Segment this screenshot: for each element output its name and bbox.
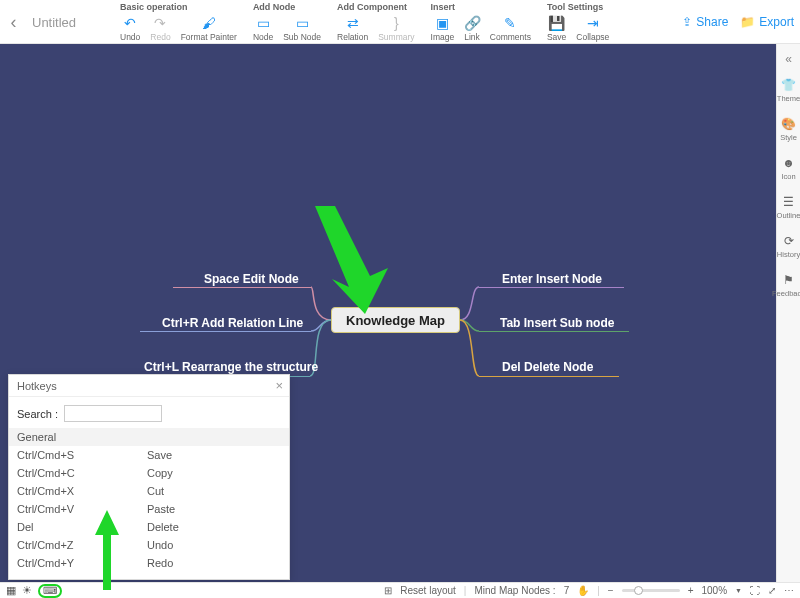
branch-underline bbox=[479, 376, 619, 377]
share-button[interactable]: ⇪Share bbox=[682, 15, 728, 29]
close-icon[interactable]: × bbox=[275, 378, 283, 393]
hotkey-row: Ctrl/Cmd+VPaste bbox=[9, 500, 289, 518]
hotkey-value: Copy bbox=[147, 467, 173, 479]
center-node[interactable]: Knowledge Map bbox=[331, 307, 460, 333]
fit-icon[interactable]: ⛶ bbox=[750, 585, 760, 596]
hotkey-key: Ctrl/Cmd+S bbox=[17, 449, 147, 461]
outline-icon: ☰ bbox=[783, 195, 794, 209]
comments-button[interactable]: ✎Comments bbox=[490, 15, 531, 42]
summary-button: }Summary bbox=[378, 15, 414, 42]
branch-node[interactable]: Ctrl+R Add Relation Line bbox=[162, 316, 303, 330]
sidebar-label: Outline bbox=[777, 211, 800, 220]
zoom-out-button[interactable]: − bbox=[608, 585, 614, 596]
hotkey-value: Redo bbox=[147, 557, 173, 569]
annotation-arrow-icon bbox=[300, 206, 390, 316]
theme-icon: 👕 bbox=[781, 78, 796, 92]
share-icon: ⇪ bbox=[682, 15, 692, 29]
keyboard-shortcuts-icon[interactable]: ⌨ bbox=[38, 584, 62, 598]
collapse-button[interactable]: ⇥Collapse bbox=[576, 15, 609, 42]
hotkey-value: Paste bbox=[147, 503, 175, 515]
button-label: Save bbox=[547, 32, 566, 42]
hotkey-row: Ctrl/Cmd+YRedo bbox=[9, 554, 289, 572]
svg-marker-0 bbox=[315, 206, 388, 314]
sidebar-history[interactable]: ⟳History bbox=[777, 228, 801, 265]
more-icon[interactable]: ⋯ bbox=[784, 585, 794, 596]
relation-icon: ⇄ bbox=[345, 15, 360, 30]
relation-button[interactable]: ⇄Relation bbox=[337, 15, 368, 42]
hotkey-row: Ctrl/Cmd+CCopy bbox=[9, 464, 289, 482]
undo-button[interactable]: ↶Undo bbox=[120, 15, 140, 42]
node-button[interactable]: ▭Node bbox=[253, 15, 273, 42]
button-label: Redo bbox=[150, 32, 170, 42]
sidebar-outline[interactable]: ☰Outline bbox=[777, 189, 801, 226]
hotkey-row: DelDelete bbox=[9, 518, 289, 536]
hotkey-value: Save bbox=[147, 449, 172, 461]
style-icon: 🎨 bbox=[781, 117, 796, 131]
image-icon: ▣ bbox=[435, 15, 450, 30]
save-button[interactable]: 💾Save bbox=[547, 15, 566, 42]
group-label: Insert bbox=[431, 2, 531, 12]
hotkeys-search-input[interactable] bbox=[64, 405, 162, 422]
hotkey-key: Ctrl/Cmd+Z bbox=[17, 539, 147, 551]
group-label: Tool Settings bbox=[547, 2, 609, 12]
hotkey-key: Ctrl/Cmd+V bbox=[17, 503, 147, 515]
sidebar-label: Style bbox=[780, 133, 797, 142]
button-label: Node bbox=[253, 32, 273, 42]
button-label: Comments bbox=[490, 32, 531, 42]
image-button[interactable]: ▣Image bbox=[431, 15, 455, 42]
branch-node[interactable]: Tab Insert Sub node bbox=[500, 316, 614, 330]
back-button[interactable]: ‹ bbox=[0, 0, 27, 44]
sidebar-feedback[interactable]: ⚑Feedback bbox=[777, 267, 801, 304]
sidebar-label: Theme bbox=[777, 94, 800, 103]
fullscreen-icon[interactable]: ⤢ bbox=[768, 585, 776, 596]
format-painter-button[interactable]: 🖌Format Painter bbox=[181, 15, 237, 42]
link-button[interactable]: 🔗Link bbox=[464, 15, 480, 42]
reset-layout-icon[interactable]: ⊞ bbox=[384, 585, 392, 596]
branch-node[interactable]: Del Delete Node bbox=[502, 360, 593, 374]
redo-button: ↷Redo bbox=[150, 15, 170, 42]
group-label: Add Component bbox=[337, 2, 415, 12]
button-label: Link bbox=[464, 32, 480, 42]
sidebar-style[interactable]: 🎨Style bbox=[777, 111, 801, 148]
sub-node-button[interactable]: ▭Sub Node bbox=[283, 15, 321, 42]
collapse-sidebar-icon[interactable]: « bbox=[777, 48, 801, 70]
sidebar-label: Feedback bbox=[772, 289, 800, 298]
branch-node[interactable]: Ctrl+L Rearrange the structure bbox=[144, 360, 318, 374]
branch-node[interactable]: Space Edit Node bbox=[204, 272, 299, 286]
summary-icon: } bbox=[389, 15, 404, 30]
branch-node[interactable]: Enter Insert Node bbox=[502, 272, 602, 286]
reset-layout-button[interactable]: Reset layout bbox=[400, 585, 456, 596]
branch-underline bbox=[479, 287, 624, 288]
doc-title[interactable]: Untitled bbox=[27, 0, 112, 44]
group-label: Add Node bbox=[253, 2, 321, 12]
save-icon: 💾 bbox=[549, 15, 564, 30]
hotkey-key: Del bbox=[17, 521, 147, 533]
undo-icon: ↶ bbox=[123, 15, 138, 30]
zoom-slider[interactable] bbox=[622, 589, 680, 592]
hotkeys-panel: Hotkeys× Search : General Ctrl/Cmd+SSave… bbox=[8, 374, 290, 580]
zoom-in-button[interactable]: + bbox=[688, 585, 694, 596]
hotkeys-title: Hotkeys bbox=[17, 380, 57, 392]
hand-tool-icon[interactable]: ✋ bbox=[577, 585, 589, 596]
sidebar-theme[interactable]: 👕Theme bbox=[777, 72, 801, 109]
export-button[interactable]: 📁Export bbox=[740, 15, 794, 29]
collapse-icon: ⇥ bbox=[585, 15, 600, 30]
comments-icon: ✎ bbox=[503, 15, 518, 30]
button-label: Undo bbox=[120, 32, 140, 42]
nodes-label: Mind Map Nodes : bbox=[474, 585, 555, 596]
sub-node-icon: ▭ bbox=[295, 15, 310, 30]
sidebar-icon[interactable]: ☻Icon bbox=[777, 150, 801, 187]
hotkey-row: Ctrl/Cmd+XCut bbox=[9, 482, 289, 500]
icon-icon: ☻ bbox=[782, 156, 795, 170]
hotkey-key: Ctrl/Cmd+C bbox=[17, 467, 147, 479]
zoom-value: 100% bbox=[701, 585, 727, 596]
redo-icon: ↷ bbox=[153, 15, 168, 30]
branch-underline bbox=[173, 287, 311, 288]
branch-underline bbox=[140, 331, 311, 332]
button-label: Sub Node bbox=[283, 32, 321, 42]
layers-icon[interactable]: ▦ bbox=[6, 584, 16, 597]
theme-toggle-icon[interactable]: ☀ bbox=[22, 584, 32, 597]
hotkeys-section: General bbox=[9, 428, 289, 446]
hotkey-key: Ctrl/Cmd+X bbox=[17, 485, 147, 497]
export-icon: 📁 bbox=[740, 15, 755, 29]
